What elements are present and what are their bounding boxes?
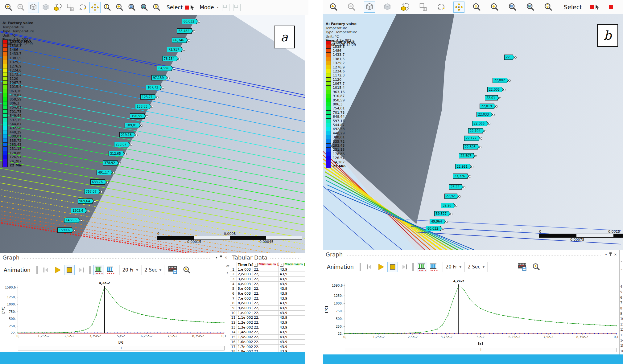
result-bars-green-button[interactable] [417, 262, 427, 272]
probe-tag[interactable]: 27,92 [444, 194, 457, 199]
table-row[interactable]: 99,e-00322,43,9 [230, 306, 305, 311]
play-button[interactable] [52, 265, 63, 275]
probe-tag[interactable]: 66,746 [172, 38, 187, 43]
table-row[interactable]: 161,6e-00222,43,9 [230, 340, 305, 345]
animation-slider[interactable]: 1 [345, 348, 617, 352]
probe-tag[interactable]: 491,17 [97, 170, 111, 175]
mode-caret-icon[interactable]: ▾ [217, 6, 219, 9]
probe-tag[interactable]: 32,26 [441, 203, 454, 208]
seconds-dropdown[interactable]: 2 Sec▼ [141, 265, 164, 275]
probe-tag[interactable]: 1466,6 [64, 218, 79, 223]
step-end-button[interactable] [76, 265, 86, 275]
table-row[interactable]: 131,3e-00222,43,9 [230, 325, 305, 330]
table-row[interactable]: 11,e-00322,43,9 [230, 267, 305, 272]
zoom-forward-icon[interactable] [15, 2, 27, 13]
select-label[interactable]: Select [564, 4, 582, 10]
zoom-fit-icon[interactable] [471, 2, 482, 13]
viewport-b[interactable]: A: Factory valveTemperatureType: Tempera… [323, 14, 623, 250]
mode-label[interactable]: Mode [200, 4, 214, 10]
probe-tag[interactable]: 253,07 [114, 142, 129, 147]
probe-tag[interactable]: 22,01 [485, 95, 498, 100]
result-bars-green-button[interactable] [93, 265, 104, 275]
zoom-out-icon[interactable] [543, 2, 554, 13]
col-time[interactable]: Time [s] [237, 262, 253, 267]
viewport-layout-icon[interactable] [65, 2, 76, 13]
result-bars-blue-button[interactable] [105, 265, 116, 275]
rotate-icon[interactable] [435, 2, 447, 13]
probe-tag[interactable]: 189,81 [125, 123, 139, 128]
probe-tag[interactable]: 219,18 [119, 132, 134, 137]
probe-tag[interactable]: 23,726 [453, 174, 468, 179]
table-row[interactable]: 77,e-00322,43,9 [230, 296, 305, 301]
col-maximum[interactable]: ✓Maximum [°C] [279, 262, 305, 267]
probe-tag[interactable]: 78,154 [162, 56, 177, 61]
viewport-a[interactable]: A: Factory valveTemperatureType: Tempera… [0, 15, 305, 253]
table-row[interactable]: 101,e-00222,43,9 [230, 310, 305, 315]
zoom-box-icon[interactable] [126, 2, 138, 13]
pan-icon[interactable] [89, 2, 101, 13]
stop-button[interactable] [64, 265, 75, 275]
probe-tag[interactable]: 22,033 [477, 112, 491, 117]
table-row[interactable]: 171,7e-00222,43,9 [230, 344, 305, 349]
skip-start-button[interactable] [364, 262, 374, 272]
zoom-forward-icon[interactable] [346, 2, 357, 13]
probe-tag[interactable]: 84,996 [157, 66, 172, 71]
manage-views-icon[interactable] [400, 2, 411, 13]
probe-tag[interactable]: 39,527 [434, 211, 449, 216]
checkbox-icon[interactable]: ✓ [280, 263, 283, 267]
pane-menu-icon[interactable]: ▾ [605, 252, 607, 256]
probe-tag[interactable]: 22,002 [493, 78, 507, 83]
splitter-caret-icon[interactable]: ▾ [227, 271, 228, 274]
zoom-in-icon[interactable] [114, 2, 125, 13]
table-row[interactable]: 66,e-00322,43,9 [230, 291, 305, 296]
probe-tag[interactable]: 123,71 [140, 94, 155, 100]
probe-tag[interactable]: 97,139 [151, 75, 166, 80]
rotate-icon[interactable] [77, 2, 88, 13]
skip-start-button[interactable] [41, 265, 51, 275]
zoom-box-icon[interactable] [507, 2, 518, 13]
shaded-view-icon[interactable] [40, 2, 51, 13]
table-row[interactable]: 151,5e-00222,43,9 [230, 335, 305, 340]
animation-slider[interactable]: 1 [18, 346, 225, 350]
probe-tag[interactable]: 49,964 [430, 219, 444, 224]
probe-tag[interactable]: 60,032 [426, 226, 441, 231]
iso-view-icon[interactable] [28, 2, 39, 13]
probe-tag[interactable]: 1590,6 [57, 227, 72, 233]
zoom-play-button[interactable] [531, 262, 542, 272]
zoom-back-icon[interactable] [328, 2, 339, 13]
probe-tag[interactable]: 378,92 [103, 160, 118, 166]
iso-view-icon[interactable] [364, 2, 375, 13]
probe-tag[interactable]: 22, [504, 55, 513, 60]
shaded-view-icon[interactable] [382, 2, 393, 13]
frames-dropdown[interactable]: 20 Fr▼ [443, 262, 464, 272]
select-label[interactable]: Select [167, 4, 183, 10]
probe-tag[interactable]: 969,64 [78, 198, 93, 204]
probe-tag[interactable]: 767,07 [84, 189, 99, 194]
table-row[interactable]: 141,4e-00222,43,9 [230, 330, 305, 335]
col-row-number[interactable] [230, 262, 237, 267]
close-icon[interactable]: × [225, 256, 227, 260]
zoom-model-icon[interactable] [525, 2, 536, 13]
probe-tag[interactable]: 22,104 [468, 128, 483, 133]
probe-tag[interactable]: 107,72 [146, 85, 161, 90]
zoom-out-icon[interactable] [151, 2, 162, 13]
col-minimum[interactable]: ✓Minimum [°C] [253, 262, 279, 267]
table-row[interactable]: 33,e-00322,43,9 [230, 277, 305, 282]
result-bars-blue-button[interactable] [428, 262, 439, 272]
checkbox-icon[interactable]: ✓ [254, 263, 258, 267]
zoom-in-icon[interactable] [489, 2, 500, 13]
zoom-play-button[interactable] [182, 265, 192, 275]
probe-tag[interactable]: 72,917 [167, 47, 182, 52]
viewport-layout-icon[interactable] [418, 2, 429, 13]
collapse-up-icon[interactable]: ⌃ [620, 261, 623, 264]
pane-menu-icon[interactable]: ▾ [216, 256, 217, 260]
export-video-button[interactable] [167, 265, 178, 275]
zoom-model-icon[interactable] [139, 2, 150, 13]
probe-tag[interactable]: 60,032 [182, 19, 197, 24]
copy-pane-icon[interactable] [233, 4, 241, 11]
probe-tag[interactable]: 22,507 [459, 153, 474, 158]
probe-tag[interactable]: 22,005 [487, 87, 502, 92]
probe-tag[interactable]: 22,066 [472, 121, 487, 126]
probe-tag[interactable]: 25,22 [449, 184, 462, 190]
pin-icon[interactable] [609, 252, 612, 256]
